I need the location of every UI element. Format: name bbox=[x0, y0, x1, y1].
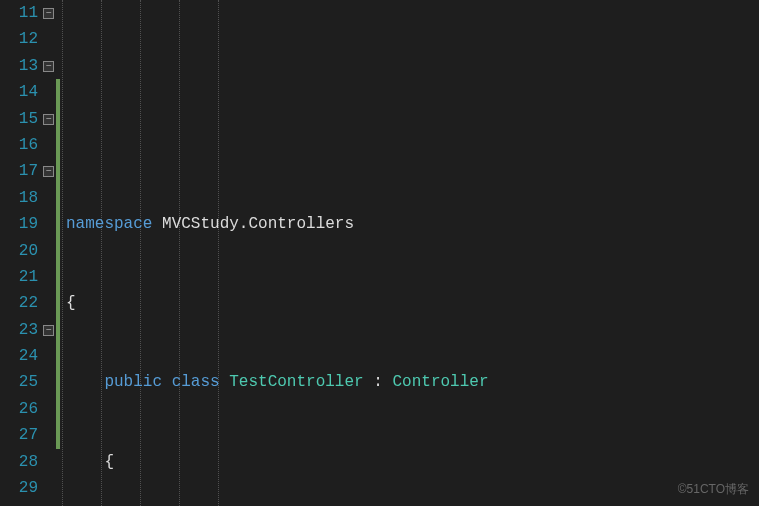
code-area[interactable]: namespace MVCStudy.Controllers { public … bbox=[62, 0, 759, 506]
line-number: 14 bbox=[8, 79, 38, 105]
line-number: 16 bbox=[8, 132, 38, 158]
line-number: 23 bbox=[8, 317, 38, 343]
line-number: 18 bbox=[8, 185, 38, 211]
line-number: 17 bbox=[8, 158, 38, 184]
fold-toggle-icon[interactable]: − bbox=[43, 114, 54, 125]
fold-toggle-icon[interactable]: − bbox=[43, 166, 54, 177]
line-number: 15 bbox=[8, 106, 38, 132]
watermark: ©51CTO博客 bbox=[678, 480, 749, 500]
code-line[interactable]: public class TestController : Controller bbox=[66, 369, 759, 395]
fold-toggle-icon[interactable]: − bbox=[43, 61, 54, 72]
code-line[interactable]: { bbox=[66, 449, 759, 475]
line-number: 27 bbox=[8, 422, 38, 448]
keyword-namespace: namespace bbox=[66, 215, 152, 233]
line-number: 11 bbox=[8, 0, 38, 26]
line-number: 28 bbox=[8, 449, 38, 475]
line-number: 22 bbox=[8, 290, 38, 316]
code-line[interactable]: { bbox=[66, 290, 759, 316]
line-number: 20 bbox=[8, 238, 38, 264]
line-number: 21 bbox=[8, 264, 38, 290]
line-number: 19 bbox=[8, 211, 38, 237]
fold-column[interactable]: −−−−− bbox=[42, 0, 56, 506]
change-indicator bbox=[56, 79, 60, 449]
fold-toggle-icon[interactable]: − bbox=[43, 8, 54, 19]
fold-toggle-icon[interactable]: − bbox=[43, 325, 54, 336]
line-number: 26 bbox=[8, 396, 38, 422]
line-number: 13 bbox=[8, 53, 38, 79]
code-editor[interactable]: 11121314151617181920212223242526272829 −… bbox=[0, 0, 759, 506]
code-line[interactable]: namespace MVCStudy.Controllers bbox=[66, 211, 759, 237]
line-number: 24 bbox=[8, 343, 38, 369]
line-number: 12 bbox=[8, 26, 38, 52]
line-number: 29 bbox=[8, 475, 38, 501]
line-number: 25 bbox=[8, 369, 38, 395]
line-number-gutter: 11121314151617181920212223242526272829 bbox=[0, 0, 42, 506]
